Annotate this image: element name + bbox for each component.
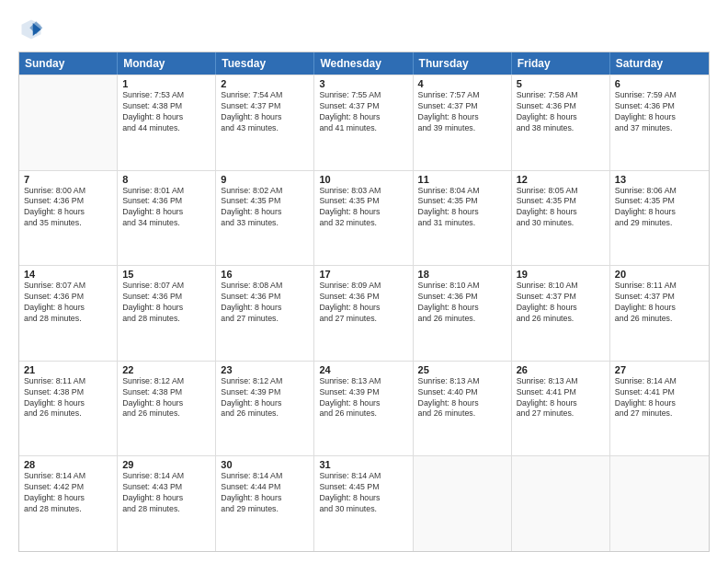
calendar-cell: 21Sunrise: 8:11 AMSunset: 4:38 PMDayligh… (19, 362, 118, 456)
calendar-cell: 20Sunrise: 8:11 AMSunset: 4:37 PMDayligh… (610, 266, 709, 361)
calendar-cell: 6Sunrise: 7:59 AMSunset: 4:36 PMDaylight… (610, 75, 709, 170)
cell-info-line: Daylight: 8 hours (615, 112, 704, 123)
cell-info-line: and 28 minutes. (122, 504, 210, 515)
cell-info-line: Sunrise: 7:58 AM (517, 90, 605, 101)
calendar-cell: 7Sunrise: 8:00 AMSunset: 4:36 PMDaylight… (19, 171, 118, 266)
cell-info-line: Sunset: 4:45 PM (319, 482, 407, 493)
calendar-cell: 15Sunrise: 8:07 AMSunset: 4:36 PMDayligh… (118, 266, 216, 361)
cell-info-line: Daylight: 8 hours (319, 303, 407, 314)
calendar-header-cell: Wednesday (314, 52, 413, 75)
calendar-header-row: SundayMondayTuesdayWednesdayThursdayFrid… (19, 52, 709, 75)
cell-info-line: Sunrise: 8:03 AM (319, 186, 407, 197)
day-number: 20 (615, 269, 704, 280)
cell-info-line: Sunrise: 7:55 AM (319, 90, 407, 101)
cell-info-line: Sunrise: 8:05 AM (517, 186, 605, 197)
calendar-header-cell: Monday (118, 52, 216, 75)
cell-info-line: Daylight: 8 hours (221, 303, 309, 314)
cell-info-line: and 31 minutes. (418, 218, 506, 229)
page: SundayMondayTuesdayWednesdayThursdayFrid… (0, 0, 728, 563)
cell-info-line: Daylight: 8 hours (319, 207, 407, 218)
calendar-cell: 23Sunrise: 8:12 AMSunset: 4:39 PMDayligh… (216, 362, 314, 456)
cell-info-line: and 26 minutes. (221, 408, 309, 419)
cell-info-line: Sunset: 4:36 PM (221, 292, 309, 303)
calendar-cell: 12Sunrise: 8:05 AMSunset: 4:35 PMDayligh… (512, 171, 610, 266)
day-number: 24 (319, 364, 407, 375)
cell-info-line: Sunset: 4:36 PM (122, 292, 210, 303)
cell-info-line: Sunset: 4:37 PM (418, 101, 506, 112)
cell-info-line: and 28 minutes. (24, 504, 112, 515)
cell-info-line: Sunset: 4:37 PM (221, 101, 309, 112)
day-number: 12 (517, 174, 605, 185)
cell-info-line: Sunset: 4:39 PM (319, 387, 407, 398)
cell-info-line: Daylight: 8 hours (221, 493, 309, 504)
calendar-header-cell: Saturday (610, 52, 709, 75)
day-number: 19 (517, 269, 605, 280)
cell-info-line: and 27 minutes. (517, 408, 605, 419)
cell-info-line: and 43 minutes. (221, 123, 309, 134)
cell-info-line: Daylight: 8 hours (24, 207, 112, 218)
day-number: 31 (319, 459, 407, 470)
cell-info-line: Daylight: 8 hours (122, 493, 210, 504)
cell-info-line: Daylight: 8 hours (122, 207, 210, 218)
cell-info-line: and 29 minutes. (615, 218, 704, 229)
day-number: 4 (418, 78, 506, 89)
cell-info-line: Daylight: 8 hours (221, 398, 309, 409)
cell-info-line: and 33 minutes. (221, 218, 309, 229)
cell-info-line: and 26 minutes. (615, 314, 704, 325)
cell-info-line: Sunrise: 8:04 AM (418, 186, 506, 197)
cell-info-line: Daylight: 8 hours (517, 303, 605, 314)
cell-info-line: and 26 minutes. (418, 314, 506, 325)
cell-info-line: Daylight: 8 hours (615, 207, 704, 218)
cell-info-line: and 41 minutes. (319, 123, 407, 134)
cell-info-line: Sunset: 4:41 PM (517, 387, 605, 398)
cell-info-line: Daylight: 8 hours (221, 207, 309, 218)
day-number: 25 (418, 364, 506, 375)
calendar-cell: 22Sunrise: 8:12 AMSunset: 4:38 PMDayligh… (118, 362, 216, 456)
cell-info-line: Sunrise: 8:13 AM (418, 376, 506, 387)
cell-info-line: Sunrise: 8:00 AM (24, 186, 112, 197)
cell-info-line: and 29 minutes. (221, 504, 309, 515)
cell-info-line: Daylight: 8 hours (24, 398, 112, 409)
cell-info-line: Sunrise: 7:57 AM (418, 90, 506, 101)
day-number: 2 (221, 78, 309, 89)
day-number: 13 (615, 174, 704, 185)
cell-info-line: Sunset: 4:35 PM (517, 196, 605, 207)
day-number: 18 (418, 269, 506, 280)
calendar-header-cell: Tuesday (216, 52, 314, 75)
cell-info-line: and 44 minutes. (122, 123, 210, 134)
cell-info-line: Sunrise: 7:59 AM (615, 90, 704, 101)
cell-info-line: Daylight: 8 hours (319, 112, 407, 123)
day-number: 23 (221, 364, 309, 375)
cell-info-line: Daylight: 8 hours (517, 207, 605, 218)
day-number: 22 (122, 364, 210, 375)
cell-info-line: Sunrise: 8:12 AM (221, 376, 309, 387)
cell-info-line: Daylight: 8 hours (615, 303, 704, 314)
cell-info-line: and 27 minutes. (615, 408, 704, 419)
cell-info-line: and 26 minutes. (517, 314, 605, 325)
calendar-cell: 9Sunrise: 8:02 AMSunset: 4:35 PMDaylight… (216, 171, 314, 266)
calendar-header-cell: Thursday (414, 52, 512, 75)
cell-info-line: and 26 minutes. (24, 408, 112, 419)
cell-info-line: Daylight: 8 hours (418, 303, 506, 314)
cell-info-line: Sunrise: 8:14 AM (24, 471, 112, 482)
cell-info-line: Daylight: 8 hours (418, 398, 506, 409)
cell-info-line: Daylight: 8 hours (418, 207, 506, 218)
calendar-cell (610, 456, 709, 551)
calendar-cell: 4Sunrise: 7:57 AMSunset: 4:37 PMDaylight… (414, 75, 512, 170)
cell-info-line: Sunrise: 8:11 AM (615, 281, 704, 292)
calendar-cell: 3Sunrise: 7:55 AMSunset: 4:37 PMDaylight… (314, 75, 413, 170)
day-number: 16 (221, 269, 309, 280)
cell-info-line: and 26 minutes. (418, 408, 506, 419)
calendar-cell: 2Sunrise: 7:54 AMSunset: 4:37 PMDaylight… (216, 75, 314, 170)
cell-info-line: Sunset: 4:36 PM (615, 101, 704, 112)
cell-info-line: and 30 minutes. (517, 218, 605, 229)
calendar-cell: 1Sunrise: 7:53 AMSunset: 4:38 PMDaylight… (118, 75, 216, 170)
calendar-cell: 8Sunrise: 8:01 AMSunset: 4:36 PMDaylight… (118, 171, 216, 266)
cell-info-line: Sunrise: 8:06 AM (615, 186, 704, 197)
cell-info-line: and 27 minutes. (221, 314, 309, 325)
cell-info-line: Sunset: 4:43 PM (122, 482, 210, 493)
calendar-cell: 31Sunrise: 8:14 AMSunset: 4:45 PMDayligh… (314, 456, 413, 551)
cell-info-line: Sunrise: 8:07 AM (24, 281, 112, 292)
calendar-cell: 25Sunrise: 8:13 AMSunset: 4:40 PMDayligh… (414, 362, 512, 456)
cell-info-line: Daylight: 8 hours (122, 303, 210, 314)
